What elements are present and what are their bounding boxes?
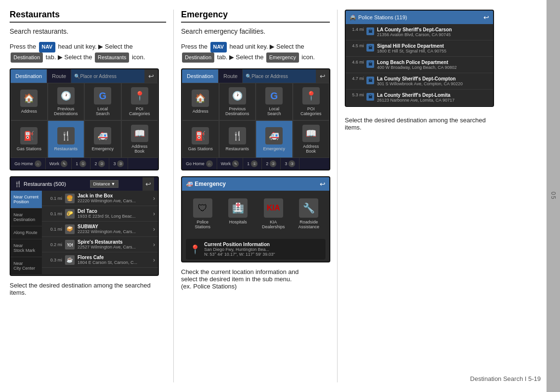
police-item[interactable]: 5.3 mi 🏛 La County Sheriff's Dept-Lomita… — [346, 90, 493, 106]
rest-header-title: Restaurants (500) — [24, 181, 66, 187]
grid-poi-2[interactable]: 📍 POICategories — [293, 83, 330, 120]
grid-prev-dest-1[interactable]: 🕐 PreviousDestinations — [48, 83, 85, 120]
num-3-circle-1: ③ — [117, 160, 124, 167]
emergency-label-2: Emergency — [263, 146, 285, 151]
destination-tab-1[interactable]: Destination — [11, 69, 47, 83]
police-item[interactable]: 1.4 mi 🏛 LA County Sheriff's Dept-Carson… — [346, 24, 493, 40]
local-search-icon-1: G — [94, 87, 111, 105]
sort-label: Distance — [93, 182, 110, 186]
police-item[interactable]: 4.5 mi 🏛 Signal Hill Police Department 1… — [346, 40, 493, 57]
grid-local-search-1[interactable]: G LocalSearch — [84, 83, 121, 120]
grid-local-search-2[interactable]: G LocalSearch — [256, 83, 293, 120]
num-2-btn-2[interactable]: 2 ② — [262, 158, 281, 170]
police-dist-3: 4.6 mi — [350, 60, 366, 65]
emergency-section: Emergency Search emergency facilities. P… — [173, 10, 337, 382]
police-item-icon-4: 🏛 — [366, 77, 374, 84]
sidebar-near-dest[interactable]: NearDestination — [11, 209, 42, 226]
rest-info-4: Spire's Restaurants 22527 Wilmington Ave… — [78, 239, 153, 249]
num-1-btn-1[interactable]: 1 ① — [72, 158, 91, 170]
grid-gas-2[interactable]: ⛽ Gas Stations — [182, 120, 219, 158]
num-1-btn-2[interactable]: 1 ① — [243, 158, 262, 170]
grid-address-1[interactable]: 🏠 Address — [11, 83, 48, 120]
list-item[interactable]: 0.3 mi ☕ Flores Cafe 1804 E Carson St, C… — [42, 252, 158, 268]
rest-back-btn[interactable]: ↩ — [143, 177, 154, 191]
sidebar-along-route[interactable]: Along Route — [11, 226, 42, 239]
rest-name-5: Flores Cafe — [78, 255, 153, 260]
dist-1: 0.1 mi — [45, 196, 62, 201]
emerg-police[interactable]: 🛡 PoliceStations — [186, 195, 220, 233]
sidebar-near-current[interactable]: Near Current Position — [11, 191, 42, 209]
police-label: PoliceStations — [195, 220, 210, 229]
back-btn-2[interactable]: ↩ — [316, 69, 329, 83]
emerg-location-title: Current Position Information — [204, 242, 322, 247]
check-text-line2: select the desired item in the sub menu. — [181, 275, 292, 283]
grid-restaurants-1[interactable]: 🍴 Restaurants — [48, 120, 85, 158]
num-3-btn-1[interactable]: 3 ③ — [109, 158, 128, 170]
route-tab-1[interactable]: Route — [47, 69, 71, 83]
rest-header-icon: 🍴 — [14, 181, 22, 187]
gas-icon-1: ⛽ — [20, 127, 38, 144]
go-home-btn-2[interactable]: Go Home ⌂ — [182, 158, 217, 170]
rest-info-3: SUBWAY 22232 Wilmington Ave, Cars... — [78, 224, 153, 234]
restaurants-list-screen: 🍴 Restaurants (500) Distance ▼ ↩ Near Cu… — [10, 176, 159, 276]
police-dist-4: 4.7 mi — [350, 76, 366, 81]
grid-gas-1[interactable]: ⛽ Gas Stations — [11, 120, 48, 158]
right-sidebar-tab: 05 — [547, 0, 560, 392]
arrow-3: › — [153, 226, 155, 233]
go-home-btn-1[interactable]: Go Home ⌂ — [11, 158, 46, 170]
police-back-btn[interactable]: ↩ — [483, 13, 489, 21]
grid-address-2[interactable]: 🏠 Address — [182, 83, 219, 120]
col3-content: 🚔 Police Stations (119) ↩ 1.4 mi 🏛 LA Co… — [345, 10, 501, 139]
police-icon: 🛡 — [193, 198, 212, 218]
nav-screen-restaurants: Destination Route 🔍 Place or Address ↩ 🏠… — [10, 68, 159, 170]
destination-tab-2[interactable]: Destination — [182, 69, 219, 83]
work-btn-2[interactable]: Work ✎ — [217, 158, 244, 170]
list-item[interactable]: 0.1 mi 🍔 Jack in the Box 22220 Wilmingto… — [42, 191, 158, 206]
police-screen: 🚔 Police Stations (119) ↩ 1.4 mi 🏛 LA Co… — [345, 10, 494, 107]
nav-grid-1: 🏠 Address 🕐 PreviousDestinations G Local… — [11, 83, 158, 158]
list-item[interactable]: 0.2 mi 🍽 Spire's Restaurants 22527 Wilmi… — [42, 237, 158, 252]
grid-restaurants-2[interactable]: 🍴 Restaurants — [219, 120, 256, 158]
arrow-1: › — [153, 195, 155, 202]
sidebar-near-stock[interactable]: NearStock Mark — [11, 239, 42, 257]
num-2-btn-1[interactable]: 2 ② — [91, 158, 109, 170]
restaurants-icon-2: 🍴 — [229, 127, 246, 144]
num-3-btn-2[interactable]: 3 ③ — [281, 158, 300, 170]
col1-select-text: Select the desired destination among the… — [10, 282, 166, 296]
emergency-title: Emergency — [181, 10, 330, 23]
prev-dest-icon-1: 🕐 — [57, 87, 75, 105]
emerg-kia[interactable]: KIA KIADealerships — [257, 195, 290, 233]
grid-address-book-1[interactable]: 📖 AddressBook — [121, 120, 158, 158]
grid-emergency-1[interactable]: 🚑 Emergency — [84, 120, 121, 158]
prev-dest-label-1: PreviousDestinations — [54, 106, 78, 116]
search-bar-2[interactable]: 🔍 Place or Address — [243, 69, 316, 83]
num-3-circle-2: ③ — [288, 160, 295, 167]
police-name-5: La County Sheriff's Dept-Lomita — [377, 92, 489, 98]
back-btn-1[interactable]: ↩ — [144, 69, 158, 83]
search-bar-1[interactable]: 🔍 Place or Address — [71, 69, 144, 83]
rest-icon-5: ☕ — [65, 255, 75, 265]
list-item[interactable]: 0.1 mi 🥪 SUBWAY 22232 Wilmington Ave, Ca… — [42, 222, 158, 237]
emerg-roadside[interactable]: 🔧 RoadsideAssistance — [292, 195, 326, 233]
rest-addr-5: 1804 E Carson St, Carson, C... — [78, 260, 153, 265]
route-tab-2[interactable]: Route — [219, 69, 243, 83]
grid-poi-1[interactable]: 📍 POICategories — [121, 83, 158, 120]
emerg-hospitals[interactable]: 🏥 Hospitals — [221, 195, 255, 233]
grid-prev-dest-2[interactable]: 🕐 PreviousDestinations — [219, 83, 256, 120]
rest-icon-2: 🌮 — [65, 209, 75, 219]
work-btn-1[interactable]: Work ✎ — [46, 158, 72, 170]
list-item[interactable]: 0.1 mi 🌮 Del Taco 1933 E 223rd St, Long … — [42, 206, 158, 222]
poi-icon-2: 📍 — [302, 87, 320, 105]
rest-sort-button[interactable]: Distance ▼ — [90, 180, 119, 188]
police-addr-3: 400 W Broadway, Long Beach, CA 90802 — [377, 65, 489, 70]
tab-number: 05 — [550, 192, 557, 200]
roadside-icon: 🔧 — [299, 198, 318, 218]
police-name-3: Long Beach Police Department — [377, 60, 489, 65]
emerg-back-btn[interactable]: ↩ — [320, 180, 326, 188]
police-item[interactable]: 4.7 mi 🏛 La County Sheriff's Dept-Compto… — [346, 73, 493, 90]
emergency-icon-1: 🚑 — [94, 127, 111, 144]
grid-address-book-2[interactable]: 📖 AddressBook — [293, 120, 330, 158]
police-item[interactable]: 4.6 mi 🏛 Long Beach Police Department 40… — [346, 57, 493, 73]
sidebar-near-city[interactable]: NearCity Center — [11, 257, 42, 275]
grid-emergency-2[interactable]: 🚑 Emergency — [256, 120, 293, 158]
